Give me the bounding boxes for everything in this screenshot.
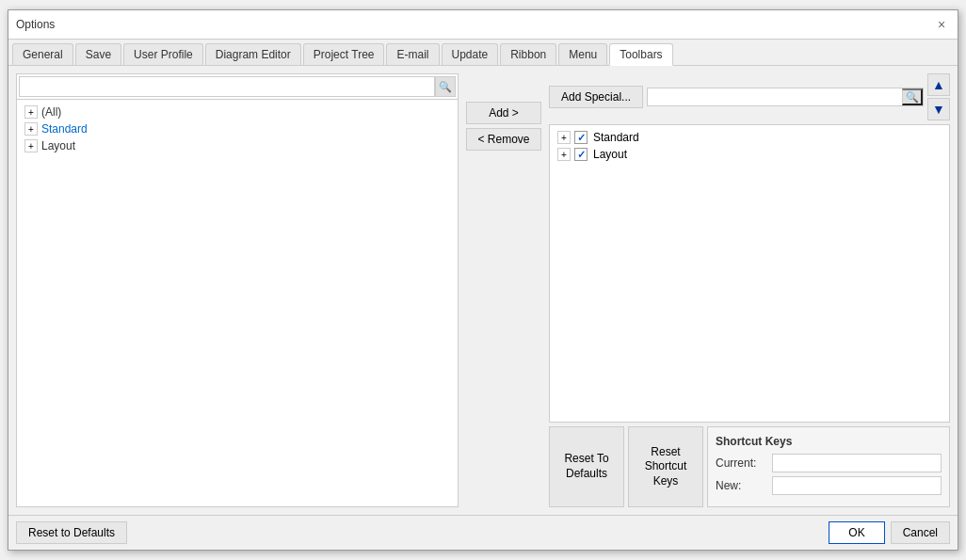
- toolbar-item-layout[interactable]: + ✓ Layout: [554, 146, 945, 163]
- tree-item-all-label: (All): [41, 105, 61, 119]
- main-area: 🔍 + (All) + Standard + Layout: [16, 73, 950, 507]
- right-search-icon: 🔍: [906, 91, 919, 104]
- tab-project-tree[interactable]: Project Tree: [303, 43, 385, 65]
- toolbar-checkbox-standard[interactable]: ✓: [574, 131, 588, 144]
- right-search-bar: 🔍: [647, 88, 924, 106]
- tab-ribbon[interactable]: Ribbon: [500, 43, 556, 65]
- shortcut-current-row: Current:: [716, 454, 942, 472]
- left-search-bar: 🔍: [17, 74, 458, 100]
- tab-save[interactable]: Save: [75, 43, 121, 65]
- options-dialog: Options × General Save User Profile Diag…: [8, 9, 958, 551]
- cancel-button[interactable]: Cancel: [891, 521, 950, 544]
- left-search-input[interactable]: [19, 76, 435, 97]
- toolbar-item-layout-label: Layout: [593, 148, 627, 161]
- title-bar: Options ×: [8, 10, 958, 40]
- right-content: Add Special... 🔍 ▲ ▼: [549, 73, 950, 507]
- nav-up-button[interactable]: ▲: [927, 73, 950, 96]
- left-panel: 🔍 + (All) + Standard + Layout: [16, 73, 459, 507]
- dialog-title: Options: [16, 18, 55, 31]
- left-search-icon: 🔍: [439, 81, 452, 93]
- reset-defaults-button[interactable]: Reset To Defaults: [549, 426, 624, 507]
- right-list-area: + ✓ Standard + ✓ L: [549, 124, 950, 507]
- nav-down-icon: ▼: [932, 102, 945, 117]
- tab-update[interactable]: Update: [442, 43, 499, 65]
- checkmark-layout: ✓: [577, 149, 586, 161]
- tree-item-standard[interactable]: + Standard: [21, 120, 454, 137]
- right-search-input[interactable]: [648, 88, 902, 105]
- toolbar-expand-standard[interactable]: +: [557, 131, 571, 144]
- shortcut-new-row: New:: [716, 476, 942, 495]
- tab-bar: General Save User Profile Diagram Editor…: [8, 40, 958, 66]
- checkmark-standard: ✓: [577, 132, 586, 144]
- left-tree-list: + (All) + Standard + Layout: [17, 100, 458, 506]
- add-button[interactable]: Add >: [466, 102, 541, 124]
- shortcut-new-label: New:: [716, 479, 772, 492]
- add-special-button[interactable]: Add Special...: [549, 86, 643, 108]
- toolbar-item-standard[interactable]: + ✓ Standard: [554, 129, 945, 146]
- shortcut-area: Shortcut Keys Current: New:: [707, 426, 950, 507]
- tree-item-layout-label: Layout: [41, 139, 75, 152]
- shortcut-new-input[interactable]: [772, 476, 942, 495]
- remove-button[interactable]: < Remove: [466, 128, 541, 151]
- tab-user-profile[interactable]: User Profile: [123, 43, 203, 65]
- left-search-button[interactable]: 🔍: [435, 76, 456, 97]
- toolbar-checkbox-layout[interactable]: ✓: [574, 148, 588, 161]
- tab-email[interactable]: E-mail: [386, 43, 439, 65]
- nav-down-button[interactable]: ▼: [927, 98, 950, 120]
- ok-button[interactable]: OK: [829, 521, 884, 544]
- bottom-bar: Reset to Defaults OK Cancel: [8, 515, 958, 550]
- middle-panel: Add > < Remove: [462, 73, 545, 507]
- tree-item-layout[interactable]: + Layout: [21, 137, 454, 154]
- reset-shortcut-keys-button[interactable]: Reset Shortcut Keys: [628, 426, 703, 507]
- tree-item-all[interactable]: + (All): [21, 104, 454, 120]
- shortcut-title: Shortcut Keys: [716, 435, 942, 448]
- shortcut-current-input[interactable]: [772, 454, 942, 472]
- tab-toolbars[interactable]: Toolbars: [609, 43, 672, 66]
- right-search-button[interactable]: 🔍: [902, 88, 923, 105]
- reset-to-defaults-button[interactable]: Reset to Defaults: [16, 521, 127, 544]
- nav-up-icon: ▲: [932, 77, 945, 92]
- toolbar-item-standard-label: Standard: [593, 131, 639, 144]
- tab-content: 🔍 + (All) + Standard + Layout: [8, 66, 958, 515]
- close-button[interactable]: ×: [933, 16, 950, 33]
- tree-item-standard-label: Standard: [41, 122, 88, 136]
- tree-expand-all[interactable]: +: [24, 105, 38, 119]
- tree-expand-standard[interactable]: +: [24, 122, 38, 136]
- bottom-right-buttons: OK Cancel: [829, 521, 950, 544]
- shortcut-current-label: Current:: [716, 456, 772, 470]
- toolbar-expand-layout[interactable]: +: [557, 148, 571, 161]
- nav-buttons: ▲ ▼: [927, 73, 950, 120]
- tab-general[interactable]: General: [12, 43, 73, 65]
- tab-menu[interactable]: Menu: [558, 43, 607, 65]
- tab-diagram-editor[interactable]: Diagram Editor: [205, 43, 301, 65]
- tree-expand-layout[interactable]: +: [24, 139, 38, 152]
- toolbar-list: + ✓ Standard + ✓ L: [549, 124, 950, 423]
- right-main: + ✓ Standard + ✓ L: [549, 124, 950, 507]
